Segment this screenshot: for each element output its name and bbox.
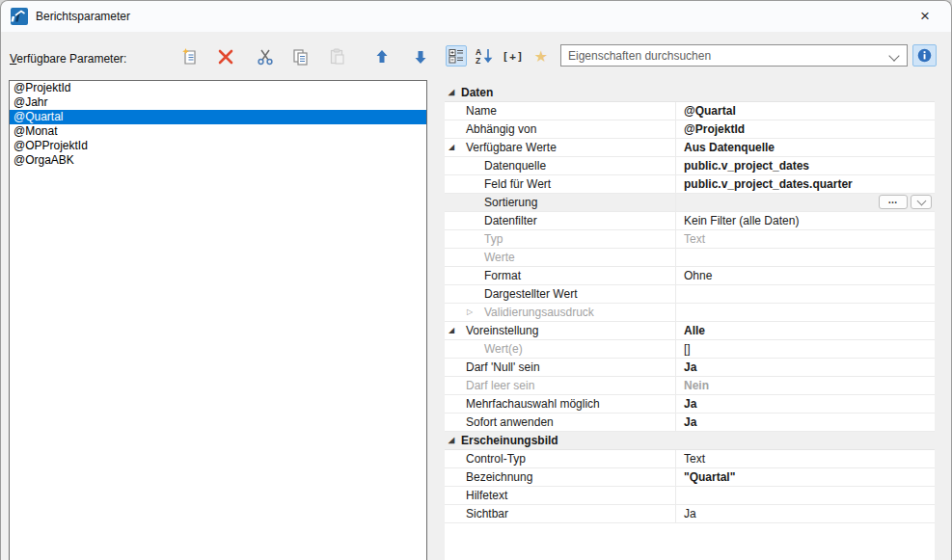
parameter-list-item[interactable]: @Jahr bbox=[10, 95, 426, 110]
property-value-cell[interactable] bbox=[676, 285, 935, 303]
property-value-cell[interactable]: Nein bbox=[676, 377, 935, 394]
favorites-button[interactable]: ★ bbox=[530, 45, 552, 67]
property-name-cell[interactable]: Format bbox=[445, 267, 676, 284]
property-row[interactable]: SichtbarJa bbox=[445, 505, 935, 523]
property-value-cell[interactable]: Text bbox=[676, 450, 935, 467]
delete-parameter-button[interactable] bbox=[215, 46, 236, 67]
property-row[interactable]: Abhängig von@ProjektId bbox=[445, 120, 935, 139]
paste-button[interactable] bbox=[327, 46, 348, 67]
property-value-cell[interactable]: Aus Datenquelle bbox=[676, 139, 935, 156]
property-value-cell[interactable]: "Quartal" bbox=[676, 468, 935, 486]
info-button[interactable] bbox=[912, 44, 937, 67]
property-row[interactable]: Werte bbox=[445, 249, 935, 267]
property-value-cell[interactable]: Text bbox=[676, 230, 935, 248]
property-row[interactable]: Wert(e)[] bbox=[445, 340, 935, 359]
property-value-cell[interactable]: Ja bbox=[676, 359, 935, 376]
expanded-expander-icon[interactable]: ◢ bbox=[449, 84, 454, 101]
chevron-down-icon[interactable] bbox=[888, 50, 899, 61]
property-search-input[interactable] bbox=[561, 45, 886, 66]
property-name-cell[interactable]: Sofort anwenden bbox=[445, 413, 676, 431]
property-name-cell[interactable]: Mehrfachauswahl möglich bbox=[445, 395, 676, 413]
property-grid: ◢DatenName@QuartalAbhängig von@ProjektId… bbox=[440, 84, 935, 560]
property-row[interactable]: Hilfetext bbox=[445, 487, 935, 505]
property-name-cell[interactable]: Dargestellter Wert bbox=[445, 285, 676, 303]
property-value-cell[interactable]: @Quartal bbox=[676, 102, 935, 120]
ellipsis-button[interactable]: … bbox=[879, 195, 908, 209]
property-name-cell[interactable]: Werte bbox=[445, 249, 676, 266]
property-name-cell[interactable]: Typ bbox=[445, 230, 676, 248]
property-row[interactable]: ▷Validierungsausdruck bbox=[445, 304, 935, 322]
parameter-list-item[interactable]: @OPProjektId bbox=[10, 139, 426, 153]
property-row[interactable]: FormatOhne bbox=[445, 267, 935, 285]
copy-button[interactable] bbox=[290, 46, 312, 67]
property-row[interactable]: Bezeichnung"Quartal" bbox=[445, 468, 935, 487]
property-value-cell[interactable]: @ProjektId bbox=[676, 120, 935, 138]
property-row[interactable]: Feld für Wertpublic.v_project_dates.quar… bbox=[445, 175, 935, 194]
property-name-cell[interactable]: ◢Verfügbare Werte bbox=[445, 139, 676, 156]
categorized-view-button[interactable] bbox=[446, 45, 467, 67]
property-name-cell[interactable]: Sortierung bbox=[445, 194, 676, 211]
property-name-cell[interactable]: Feld für Wert bbox=[445, 175, 676, 193]
property-name-cell[interactable]: Sichtbar bbox=[445, 505, 676, 522]
property-value-cell[interactable] bbox=[676, 487, 935, 504]
property-row[interactable]: TypText bbox=[445, 230, 935, 249]
alphabetical-sort-button[interactable]: A Z bbox=[473, 45, 496, 67]
property-row[interactable]: Control-TypText bbox=[445, 450, 935, 468]
property-row[interactable]: Sortierung… bbox=[445, 194, 935, 212]
property-search-combo[interactable] bbox=[560, 44, 908, 67]
parameter-list-item[interactable]: @ProjektId bbox=[10, 81, 426, 95]
property-name-cell[interactable]: Datenquelle bbox=[445, 157, 676, 174]
property-row[interactable]: Darf leer seinNein bbox=[445, 377, 935, 395]
expanded-expander-icon[interactable]: ◢ bbox=[449, 432, 454, 449]
close-button[interactable]: × bbox=[909, 4, 941, 29]
property-value-cell[interactable]: public.v_project_dates.quarter bbox=[676, 175, 935, 193]
property-value-cell[interactable]: … bbox=[676, 194, 935, 211]
property-value-cell[interactable]: Kein Filter (alle Daten) bbox=[676, 212, 935, 229]
property-name-cell[interactable]: ◢Voreinstellung bbox=[445, 322, 676, 339]
expanded-expander-icon[interactable]: ◢ bbox=[449, 139, 454, 156]
property-category-row[interactable]: ◢Daten bbox=[445, 84, 935, 102]
property-name-cell[interactable]: Abhängig von bbox=[445, 120, 676, 138]
property-row[interactable]: ◢VoreinstellungAlle bbox=[445, 322, 935, 340]
property-row[interactable]: Name@Quartal bbox=[445, 102, 935, 120]
property-row[interactable]: Mehrfachauswahl möglichJa bbox=[445, 395, 935, 413]
property-name-cell[interactable]: Darf 'Null' sein bbox=[445, 359, 676, 376]
property-name-cell[interactable]: Name bbox=[445, 102, 676, 120]
move-down-button[interactable] bbox=[410, 46, 431, 67]
property-row[interactable]: DatenfilterKein Filter (alle Daten) bbox=[445, 212, 935, 230]
property-name-cell[interactable]: Bezeichnung bbox=[445, 468, 676, 486]
property-name-cell[interactable]: Datenfilter bbox=[445, 212, 676, 229]
property-name-cell[interactable]: Darf leer sein bbox=[445, 377, 676, 394]
property-label: Feld für Wert bbox=[484, 177, 551, 191]
value-dropdown-button[interactable] bbox=[911, 195, 932, 209]
property-value-cell[interactable] bbox=[676, 304, 935, 321]
expanded-expander-icon[interactable]: ◢ bbox=[449, 322, 454, 339]
property-row[interactable]: Datenquellepublic.v_project_dates bbox=[445, 157, 935, 175]
property-value-cell[interactable]: Ja bbox=[676, 395, 935, 413]
property-row[interactable]: ◢Verfügbare WerteAus Datenquelle bbox=[445, 139, 935, 157]
parameter-list-item[interactable]: @OrgaABK bbox=[10, 153, 426, 168]
property-value-cell[interactable]: [] bbox=[676, 340, 935, 358]
move-up-button[interactable] bbox=[371, 46, 393, 67]
property-row[interactable]: Dargestellter Wert bbox=[445, 285, 935, 304]
parameter-list-item[interactable]: @Quartal bbox=[10, 110, 426, 124]
property-category-row[interactable]: ◢Erscheinungsbild bbox=[445, 432, 935, 450]
new-parameter-button[interactable] bbox=[180, 46, 202, 67]
property-name-cell[interactable]: ▷Validierungsausdruck bbox=[445, 304, 676, 321]
parameter-list-item[interactable]: @Monat bbox=[10, 124, 426, 139]
expand-all-button[interactable]: [+] bbox=[500, 45, 527, 67]
property-value-cell[interactable]: Ohne bbox=[676, 267, 935, 284]
property-value-cell[interactable] bbox=[676, 249, 935, 266]
property-row[interactable]: Sofort anwendenJa bbox=[445, 413, 935, 432]
property-value-cell[interactable]: Ja bbox=[676, 413, 935, 431]
property-name-cell[interactable]: Hilfetext bbox=[445, 487, 676, 504]
property-value-cell[interactable]: Alle bbox=[676, 322, 935, 339]
property-value-cell[interactable]: Ja bbox=[676, 505, 935, 522]
parameter-list[interactable]: @ProjektId@Jahr@Quartal@Monat@OPProjektI… bbox=[9, 80, 427, 560]
property-row[interactable]: Darf 'Null' seinJa bbox=[445, 359, 935, 377]
cut-button[interactable] bbox=[255, 46, 276, 67]
collapsed-expander-icon[interactable]: ▷ bbox=[467, 304, 473, 321]
property-name-cell[interactable]: Control-Typ bbox=[445, 450, 676, 467]
property-value-cell[interactable]: public.v_project_dates bbox=[676, 157, 935, 174]
property-name-cell[interactable]: Wert(e) bbox=[445, 340, 676, 358]
